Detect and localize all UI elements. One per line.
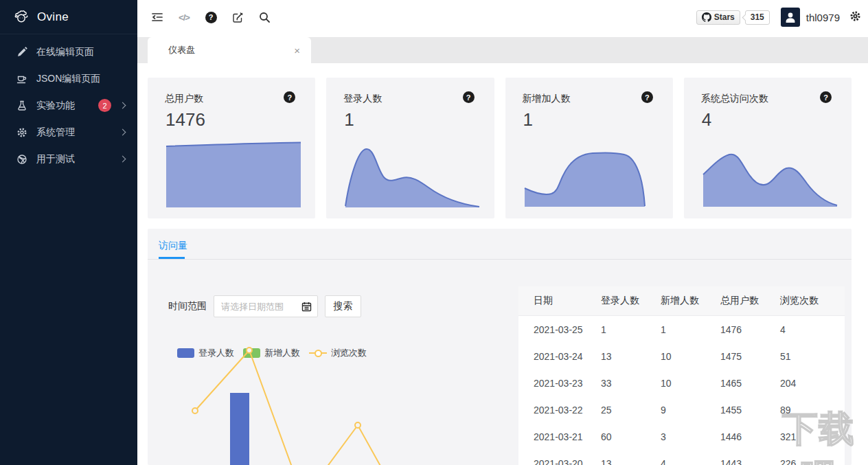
github-stars-widget[interactable]: Stars 315 <box>696 10 770 25</box>
stat-card-logins: 登录人数 ? 1 <box>326 78 494 218</box>
col-header-views: 浏览次数 <box>780 295 835 307</box>
pencil-icon <box>16 47 27 58</box>
sheep-icon <box>12 8 30 26</box>
date-range-label: 时间范围 <box>168 300 207 313</box>
chevron-right-icon <box>119 102 126 109</box>
table-row: 2021-03-24 13 10 1475 51 <box>518 343 845 370</box>
notification-badge: 2 <box>98 99 111 112</box>
bar-logins[interactable] <box>230 393 249 465</box>
settings-gear-icon[interactable] <box>849 10 861 25</box>
tab-strip: 仪表盘 × <box>137 37 868 63</box>
help-icon[interactable]: ? <box>463 91 475 103</box>
date-range-input[interactable] <box>214 295 318 317</box>
card-title: 总用户数 <box>165 93 203 105</box>
line-marker[interactable] <box>192 408 198 413</box>
topbar-actions: </> ? <box>137 11 271 23</box>
table-row: 2021-03-20 13 4 1443 226 <box>518 450 845 465</box>
chevron-right-icon <box>119 156 126 163</box>
globe-icon <box>16 154 27 165</box>
sidebar-item-experimental[interactable]: 实验功能 2 <box>0 92 137 119</box>
sidebar-item-label: 用于测试 <box>36 153 75 166</box>
stat-card-total-users: 总用户数 ? 1476 <box>148 78 315 218</box>
topbar: </> ? <box>137 0 868 34</box>
gear-icon <box>16 127 27 138</box>
username[interactable]: thl0979 <box>806 12 840 23</box>
table-row: 2021-03-23 33 10 1465 204 <box>518 370 845 396</box>
visits-bar-line-chart <box>161 343 518 465</box>
sidebar-item-system[interactable]: 系统管理 <box>0 119 137 146</box>
main-content: 总用户数 ? 1476 登录人数 ? 1 新增加人数 ? <box>137 63 868 465</box>
table-row: 2021-03-22 25 9 1455 89 <box>518 396 845 423</box>
sidebar-item-label: 系统管理 <box>36 126 75 139</box>
chevron-right-icon <box>119 129 126 136</box>
sidebar-item-online-edit[interactable]: 在线编辑页面 <box>0 38 137 65</box>
code-icon[interactable]: </> <box>178 11 190 23</box>
visits-table: 日期 登录人数 新增人数 总用户数 浏览次数 2021-03-25 1 1 14… <box>518 286 845 465</box>
cup-icon <box>16 73 27 84</box>
visits-panel: 访问量 时间范围 搜索 <box>148 229 852 465</box>
sparkline-chart <box>343 140 481 209</box>
github-icon <box>702 12 711 22</box>
col-header-new-users: 新增人数 <box>661 295 720 307</box>
card-value: 1 <box>523 109 533 131</box>
table-header-row: 日期 登录人数 新增人数 总用户数 浏览次数 <box>518 286 845 316</box>
sidebar: Ovine 在线编辑页面 JSON编辑 <box>0 0 137 465</box>
help-icon[interactable]: ? <box>820 91 832 103</box>
stat-card-total-visits: 系统总访问次数 ? 4 <box>684 78 852 218</box>
card-title: 新增加人数 <box>523 93 571 105</box>
stat-card-new-users: 新增加人数 ? 1 <box>505 78 673 218</box>
sidebar-item-label: JSON编辑页面 <box>36 73 100 85</box>
edit-icon[interactable] <box>231 11 244 23</box>
col-header-logins: 登录人数 <box>601 295 661 307</box>
date-range-field[interactable] <box>214 302 295 312</box>
user-icon <box>784 10 797 24</box>
avatar[interactable] <box>781 8 800 27</box>
line-marker[interactable] <box>247 348 252 353</box>
card-title: 登录人数 <box>343 93 382 105</box>
sidebar-item-label: 实验功能 <box>36 100 75 112</box>
divider <box>148 259 852 260</box>
github-stars-label: Stars <box>714 12 735 22</box>
flask-icon <box>16 100 27 111</box>
help-icon[interactable]: ? <box>205 11 217 23</box>
sparkline-chart <box>523 140 660 209</box>
search-icon[interactable] <box>258 11 271 23</box>
card-title: 系统总访问次数 <box>701 93 768 105</box>
tab-label: 仪表盘 <box>168 44 195 56</box>
tab-visits[interactable]: 访问量 <box>159 240 187 252</box>
tab-close-icon[interactable]: × <box>294 45 300 56</box>
github-stars-button[interactable]: Stars <box>696 10 740 25</box>
help-icon[interactable]: ? <box>641 91 653 103</box>
app-name: Ovine <box>37 10 69 24</box>
card-value: 1 <box>344 109 354 131</box>
app-logo[interactable]: Ovine <box>0 0 137 34</box>
col-header-total-users: 总用户数 <box>720 295 780 307</box>
help-icon[interactable]: ? <box>284 91 295 103</box>
table-row: 2021-03-21 60 3 1446 321 <box>518 423 845 450</box>
stat-cards: 总用户数 ? 1476 登录人数 ? 1 新增加人数 ? <box>148 78 852 218</box>
github-stars-count[interactable]: 315 <box>745 10 770 25</box>
sidebar-item-label: 在线编辑页面 <box>36 46 94 58</box>
filter-form: 时间范围 搜索 <box>168 295 361 317</box>
sidebar-item-testing[interactable]: 用于测试 <box>0 146 137 172</box>
dashboard-page: Ovine 在线编辑页面 JSON编辑 <box>0 0 868 465</box>
line-marker[interactable] <box>355 422 361 428</box>
sparkline-chart <box>701 140 838 209</box>
card-value: 4 <box>702 109 711 131</box>
sparkline-chart <box>165 140 302 209</box>
calendar-icon[interactable] <box>301 302 312 315</box>
sidebar-menu: 在线编辑页面 JSON编辑页面 <box>0 34 137 172</box>
search-button[interactable]: 搜索 <box>325 295 361 317</box>
topbar-user-area: Stars 315 thl0979 <box>696 8 868 27</box>
tab-dashboard[interactable]: 仪表盘 × <box>148 37 311 63</box>
sidebar-toggle-icon[interactable] <box>151 11 163 23</box>
table-row: 2021-03-25 1 1 1476 4 <box>518 316 845 343</box>
card-value: 1476 <box>165 109 205 131</box>
col-header-date: 日期 <box>518 295 601 307</box>
sidebar-item-json-edit[interactable]: JSON编辑页面 <box>0 65 137 92</box>
